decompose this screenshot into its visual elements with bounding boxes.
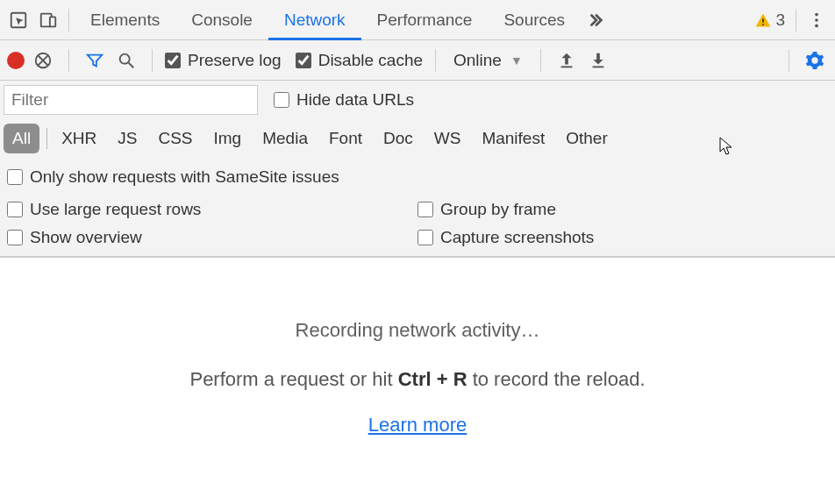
record-button[interactable] — [7, 52, 25, 69]
samesite-label: Only show requests with SameSite issues — [30, 167, 339, 187]
svg-rect-12 — [560, 66, 572, 67]
preserve-log-label: Preserve log — [188, 51, 282, 70]
svg-rect-4 — [763, 24, 765, 25]
empty-title: Recording network activity… — [0, 319, 835, 342]
group-by-frame-checkbox[interactable]: Group by frame — [418, 200, 828, 219]
chevron-down-icon: ▼ — [510, 53, 523, 67]
kebab-menu-icon[interactable] — [802, 5, 831, 35]
filter-type-font[interactable]: Font — [318, 124, 373, 153]
filter-type-other[interactable]: Other — [555, 124, 618, 153]
capture-screenshots-checkbox[interactable]: Capture screenshots — [418, 228, 828, 247]
group-by-frame-label: Group by frame — [440, 200, 556, 219]
svg-point-10 — [120, 53, 130, 63]
settings-gear-icon[interactable] — [802, 47, 828, 74]
filter-type-img[interactable]: Img — [203, 124, 253, 153]
samesite-checkbox[interactable]: Only show requests with SameSite issues — [7, 167, 339, 187]
select-element-icon[interactable] — [4, 5, 33, 35]
filter-type-ws[interactable]: WS — [424, 124, 472, 153]
search-icon[interactable] — [113, 47, 139, 74]
svg-point-5 — [815, 12, 818, 16]
preserve-log-checkbox[interactable]: Preserve log — [165, 51, 282, 70]
tab-console[interactable]: Console — [175, 0, 268, 40]
filter-type-all[interactable]: All — [4, 124, 39, 153]
empty-hint: Perform a request or hit Ctrl + R to rec… — [0, 368, 835, 391]
empty-hint-pre: Perform a request or hit — [189, 368, 397, 390]
svg-point-6 — [815, 18, 818, 22]
more-tabs-icon[interactable] — [581, 5, 610, 35]
toggle-device-icon[interactable] — [33, 5, 63, 35]
clear-icon[interactable] — [30, 47, 56, 74]
filter-input[interactable] — [4, 85, 258, 115]
large-rows-label: Use large request rows — [30, 200, 201, 219]
tab-sources[interactable]: Sources — [488, 0, 581, 40]
disable-cache-checkbox[interactable]: Disable cache — [296, 51, 423, 70]
svg-point-7 — [815, 24, 818, 27]
large-rows-checkbox[interactable]: Use large request rows — [7, 200, 418, 219]
tab-network[interactable]: Network — [268, 0, 361, 40]
filter-toggle-icon[interactable] — [82, 47, 108, 74]
empty-hint-post: to record the reload. — [467, 368, 646, 390]
tab-elements[interactable]: Elements — [75, 0, 175, 40]
throttling-value: Online — [453, 51, 502, 70]
show-overview-label: Show overview — [30, 228, 142, 247]
svg-rect-3 — [763, 18, 765, 22]
capture-screenshots-label: Capture screenshots — [440, 228, 594, 247]
hide-data-urls-checkbox[interactable]: Hide data URLs — [274, 90, 414, 110]
learn-more-link[interactable]: Learn more — [368, 414, 467, 437]
download-har-icon[interactable] — [585, 47, 611, 74]
throttling-select[interactable]: Online ▼ — [448, 51, 528, 70]
tab-performance[interactable]: Performance — [361, 0, 489, 40]
svg-line-11 — [129, 62, 134, 67]
warnings-count: 3 — [775, 11, 785, 30]
warnings-indicator[interactable]: 3 — [749, 11, 790, 30]
filter-type-js[interactable]: JS — [107, 124, 147, 153]
filter-type-xhr[interactable]: XHR — [51, 124, 107, 153]
filter-type-manifest[interactable]: Manifest — [471, 124, 555, 153]
upload-har-icon[interactable] — [553, 47, 580, 74]
svg-rect-2 — [50, 17, 55, 26]
svg-rect-13 — [592, 66, 603, 67]
show-overview-checkbox[interactable]: Show overview — [7, 228, 418, 247]
filter-type-css[interactable]: CSS — [147, 124, 203, 153]
filter-type-doc[interactable]: Doc — [373, 124, 424, 153]
empty-shortcut: Ctrl + R — [398, 368, 467, 390]
hide-data-urls-label: Hide data URLs — [296, 90, 414, 110]
filter-type-media[interactable]: Media — [252, 124, 318, 153]
disable-cache-label: Disable cache — [318, 51, 423, 70]
